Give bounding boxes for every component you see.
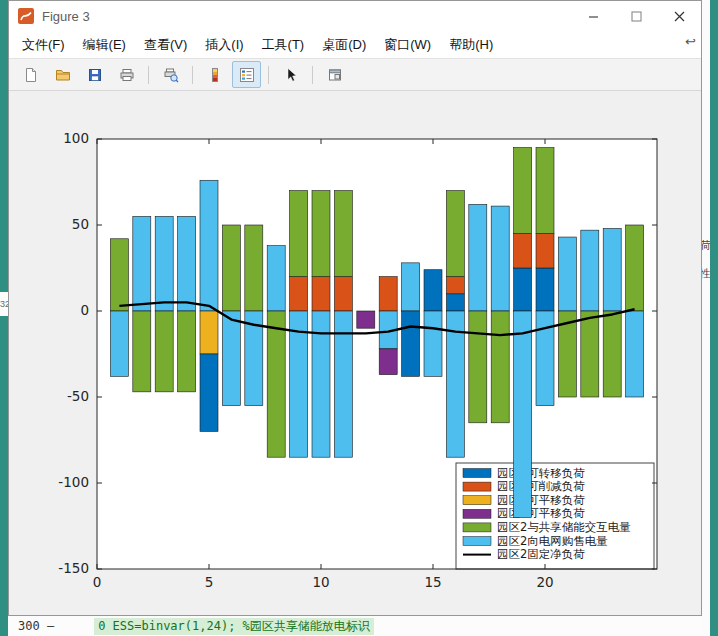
legend-label: 园区2向电网购售电量 — [497, 534, 608, 548]
bar-segment — [110, 239, 128, 311]
legend-label: 园区2固定净负荷 — [497, 547, 585, 561]
toolbar-separator — [192, 66, 193, 84]
legend-swatch — [463, 482, 491, 491]
insert-legend-button[interactable] — [232, 61, 261, 88]
open-folder-icon — [55, 67, 71, 83]
bar-segment — [312, 191, 330, 277]
bar-segment — [110, 311, 128, 376]
legend-label: 园区2可平移负荷 — [497, 493, 585, 507]
menu-bar: 文件(F) 编辑(E) 查看(V) 插入(I) 工具(T) 桌面(D) 窗口(W… — [9, 31, 701, 59]
cursor-arrow-icon — [283, 67, 299, 83]
new-figure-button[interactable] — [16, 61, 45, 88]
bar-segment — [402, 311, 420, 376]
bar-segment — [178, 216, 196, 311]
menu-edit[interactable]: 编辑(E) — [74, 32, 135, 58]
x-tick-label: 15 — [424, 574, 441, 590]
bar-segment — [558, 237, 576, 311]
figure-canvas-area: 园区2可转移负荷园区2可削减负荷园区2可平移负荷园区2可平移负荷园区2与共享储能… — [9, 91, 701, 615]
bar-segment — [178, 311, 196, 392]
bar-segment — [379, 349, 397, 375]
bar-segment — [334, 277, 352, 311]
close-button[interactable] — [658, 1, 701, 31]
legend-swatch — [463, 469, 491, 478]
bar-segment — [424, 270, 442, 311]
bar-segment — [424, 311, 442, 376]
legend-icon — [239, 67, 255, 83]
edit-plot-button[interactable] — [276, 61, 305, 88]
bar-segment — [200, 354, 218, 431]
bar-segment — [514, 234, 532, 268]
legend-swatch — [463, 509, 491, 518]
bar-segment — [222, 311, 240, 406]
bar-segment — [603, 228, 621, 311]
y-tick-label: -50 — [67, 388, 89, 404]
dock-figure-button[interactable] — [320, 61, 349, 88]
bar-segment — [446, 277, 464, 294]
menu-window[interactable]: 窗口(W) — [375, 32, 440, 58]
menu-desktop[interactable]: 桌面(D) — [313, 32, 375, 58]
matlab-figure-icon — [18, 8, 34, 24]
legend-swatch — [463, 523, 491, 532]
menu-view[interactable]: 查看(V) — [135, 32, 196, 58]
menu-file[interactable]: 文件(F) — [13, 32, 74, 58]
menu-insert[interactable]: 插入(I) — [196, 32, 252, 58]
bar-segment — [133, 216, 151, 311]
background-editor-strip-right — [710, 0, 718, 636]
title-bar[interactable]: Figure 3 — [9, 1, 701, 31]
minimize-button[interactable] — [572, 1, 615, 31]
bar-segment — [491, 311, 509, 423]
background-code-line: 300 — 0 ESS=binvar(1,24); %园区共享储能放电标识 — [8, 616, 702, 636]
x-tick-label: 10 — [312, 574, 329, 590]
y-tick-label: -150 — [58, 560, 89, 576]
bar-segment — [290, 191, 308, 277]
x-tick-label: 0 — [93, 574, 102, 590]
bar-segment — [626, 225, 644, 311]
bar-segment — [446, 294, 464, 311]
bar-segment — [581, 230, 599, 311]
bar-segment — [491, 206, 509, 311]
bar-segment — [133, 311, 151, 392]
bar-segment — [514, 311, 532, 517]
menu-overflow-icon[interactable]: ↩ — [685, 34, 696, 49]
print-figure-button[interactable] — [112, 61, 141, 88]
y-tick-label: 50 — [72, 216, 89, 232]
print-preview-button[interactable] — [156, 61, 185, 88]
code-line-number: 300 — — [18, 619, 54, 633]
x-tick-label: 20 — [536, 574, 553, 590]
background-text-fragment: 性 — [702, 266, 710, 281]
legend-label: 园区2与共享储能交互电量 — [497, 520, 631, 534]
menu-tools[interactable]: 工具(T) — [253, 32, 314, 58]
bar-segment — [581, 311, 599, 397]
bar-segment — [514, 148, 532, 234]
background-editor-strip-left — [0, 0, 8, 636]
save-figure-button[interactable] — [80, 61, 109, 88]
bar-segment — [267, 246, 285, 311]
bar-segment — [536, 311, 554, 406]
toolbar-separator — [268, 66, 269, 84]
bar-segment — [626, 311, 644, 397]
bar-segment — [155, 311, 173, 392]
menu-help[interactable]: 帮助(H) — [440, 32, 502, 58]
bar-segment — [245, 225, 263, 311]
bar-segment — [514, 268, 532, 311]
bar-segment — [357, 311, 375, 328]
background-editor-sliver-right: 荷 性 — [702, 0, 710, 636]
save-floppy-icon — [87, 67, 103, 83]
bar-segment — [603, 311, 621, 397]
bar-segment — [267, 311, 285, 457]
insert-colorbar-button[interactable] — [200, 61, 229, 88]
open-file-button[interactable] — [48, 61, 77, 88]
colorbar-icon — [207, 67, 223, 83]
print-preview-icon — [163, 67, 179, 83]
bar-segment — [536, 268, 554, 311]
stacked-bar-chart: 园区2可转移负荷园区2可削减负荷园区2可平移负荷园区2可平移负荷园区2与共享储能… — [9, 91, 701, 613]
bar-segment — [155, 216, 173, 311]
window-title: Figure 3 — [42, 9, 90, 24]
printer-icon — [119, 67, 135, 83]
legend-swatch — [463, 537, 491, 546]
bar-segment — [379, 277, 397, 311]
y-tick-label: -100 — [58, 474, 89, 490]
dock-window-icon — [327, 67, 343, 83]
legend-label: 园区2可转移负荷 — [497, 466, 585, 480]
maximize-button[interactable] — [615, 1, 658, 31]
